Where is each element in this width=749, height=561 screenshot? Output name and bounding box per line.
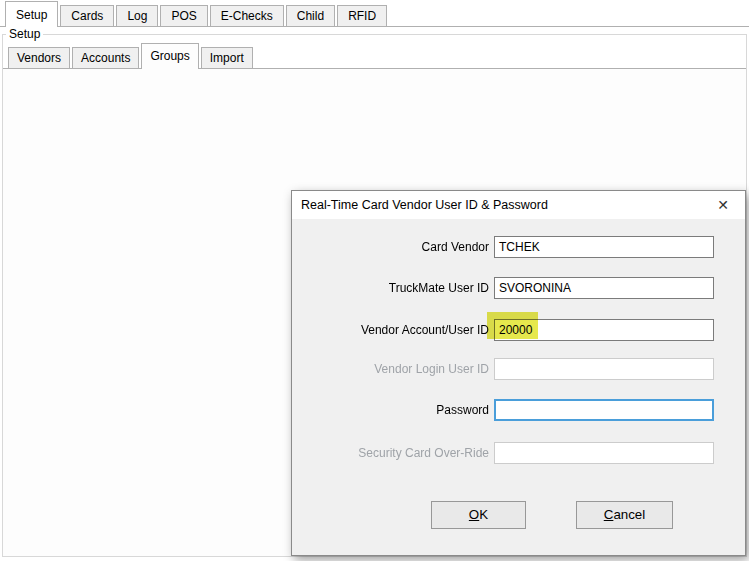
subtab-vendors[interactable]: Vendors [8,47,70,68]
subtab-accounts[interactable]: Accounts [72,47,139,68]
main-tab-setup[interactable]: Setup [5,1,58,27]
subtab-groups[interactable]: Groups [141,43,198,69]
main-tab-log[interactable]: Log [116,5,158,26]
subtab-import[interactable]: Import [201,47,253,68]
main-tab-cards[interactable]: Cards [60,5,114,26]
main-tab-rfid[interactable]: RFID [337,5,387,26]
vendor-login-user-id-field [494,358,714,380]
main-tab-echecks[interactable]: E-Checks [210,5,284,26]
truckmate-user-id-label: TruckMate User ID [292,277,489,299]
cancel-button[interactable]: Cancel [576,501,673,529]
main-tab-bar: Setup Cards Log POS E-Checks Child RFID [0,3,749,27]
realtime-vendor-dialog: Real-Time Card Vendor User ID & Password… [291,190,746,556]
vendor-account-user-id-label: Vendor Account/User ID [292,319,489,341]
password-field[interactable] [494,399,714,421]
main-tab-pos[interactable]: POS [160,5,207,26]
app-window: Setup Cards Log POS E-Checks Child RFID … [0,0,749,561]
dialog-title: Real-Time Card Vendor User ID & Password [301,191,548,219]
main-tab-child[interactable]: Child [286,5,335,26]
vendor-account-user-id-field[interactable]: 20000 [494,319,714,341]
close-icon[interactable]: ✕ [707,191,739,219]
security-card-override-field [494,442,714,464]
vendor-login-user-id-label: Vendor Login User ID [292,358,489,380]
sub-tab-bar: Vendors Accounts Groups Import [8,47,255,68]
security-card-override-label: Security Card Over-Ride [292,442,489,464]
setup-groupbox-label: Setup [6,27,43,41]
card-vendor-label: Card Vendor [292,236,489,258]
card-vendor-field[interactable]: TCHEK [494,236,714,258]
ok-button[interactable]: OK [431,501,526,529]
truckmate-user-id-field[interactable]: SVORONINA [494,277,714,299]
password-label: Password [292,399,489,421]
dialog-titlebar: Real-Time Card Vendor User ID & Password… [292,191,745,219]
